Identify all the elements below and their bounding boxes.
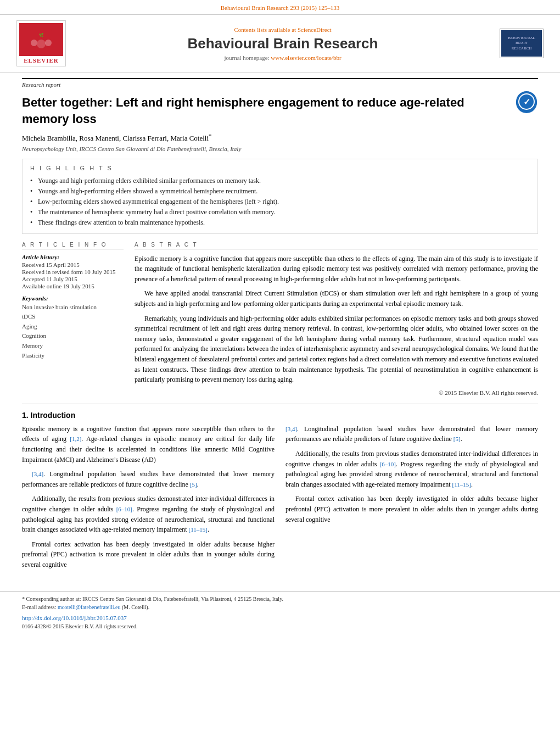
email-link[interactable]: mcotelli@fatebenefratelli.eu — [58, 604, 120, 610]
footer: * Corresponding author at: IRCCS Centro … — [0, 591, 560, 634]
highlight-item: Low-performing elders showed asymmetrica… — [30, 197, 530, 207]
keyword-3: Aging — [22, 322, 124, 332]
highlights-section: H I G H L I G H T S Youngs and high-perf… — [22, 159, 538, 234]
available-date: Available online 19 July 2015 — [22, 283, 124, 289]
svg-text:🌿: 🌿 — [39, 32, 44, 37]
keyword-1: Non invasive brain stimulation — [22, 303, 124, 313]
ref-3-4[interactable]: [3,4] — [32, 471, 43, 477]
intro-right-para-2: Additionally, the results from previous … — [285, 449, 538, 489]
doi-link[interactable]: http://dx.doi.org/10.1016/j.bbr.2015.07.… — [22, 615, 127, 621]
journal-homepage: journal homepage: www.elsevier.com/locat… — [71, 54, 494, 61]
intro-text-left: Episodic memory is a cognitive function … — [22, 424, 275, 570]
highlights-list: Youngs and high-performing elders exhibi… — [30, 176, 530, 228]
abstract-text: Episodic memory is a cognitive function … — [135, 254, 538, 385]
journal-reference-link[interactable]: Behavioural Brain Research 293 (2015) 12… — [221, 4, 340, 11]
science-direct-link-text[interactable]: ScienceDirect — [298, 26, 332, 33]
svg-point-4 — [45, 40, 52, 46]
accepted-date: Accepted 11 July 2015 — [22, 276, 124, 282]
article-title-row: Better together: Left and right hemisphe… — [22, 90, 538, 132]
article-info-abstract-columns: A R T I C L E I N F O Article history: R… — [22, 242, 538, 396]
ref-11-15-right[interactable]: [11–15] — [452, 481, 471, 488]
corresponding-author-note: * Corresponding author at: IRCCS Centro … — [22, 595, 538, 603]
introduction-columns: Episodic memory is a cognitive function … — [22, 424, 538, 574]
keyword-5: Memory — [22, 341, 124, 351]
introduction-right: [3,4]. Longitudinal population based stu… — [285, 424, 538, 574]
section-divider — [22, 404, 538, 404]
intro-right-para-3: Frontal cortex activation has been deepl… — [285, 494, 538, 525]
article-info-header: A R T I C L E I N F O — [22, 242, 124, 249]
elsevier-logo: 🌿 ELSEVIER — [16, 20, 66, 66]
science-direct-text: Contents lists available at ScienceDirec… — [71, 26, 494, 33]
article-history-label: Article history: — [22, 254, 124, 260]
highlight-item: These findings drew attention to brain m… — [30, 217, 530, 228]
email-note: E-mail address: mcotelli@fatebenefratell… — [22, 603, 538, 611]
article-info-column: A R T I C L E I N F O Article history: R… — [22, 242, 124, 396]
elsevier-text: ELSEVIER — [19, 57, 63, 64]
journal-reference-bar: Behavioural Brain Research 293 (2015) 12… — [0, 0, 560, 15]
abstract-header: A B S T R A C T — [135, 242, 538, 249]
svg-point-2 — [31, 40, 37, 46]
svg-text:✓: ✓ — [523, 97, 530, 107]
keywords-label: Keywords: — [22, 295, 124, 302]
ref-5[interactable]: [5] — [190, 481, 197, 488]
main-content: Research report Better together: Left an… — [0, 72, 560, 585]
highlight-item: Youngs and high-performing elders exhibi… — [30, 176, 530, 186]
keyword-6: Plasticity — [22, 351, 124, 361]
page: Behavioural Brain Research 293 (2015) 12… — [0, 0, 560, 742]
abstract-paragraph-3: Remarkably, young individuals and high-p… — [135, 314, 538, 385]
ref-1-2[interactable]: [1,2] — [70, 436, 81, 442]
highlight-item: The maintenance of hemispheric symmetry … — [30, 207, 530, 217]
ref-6-10-right[interactable]: [6–10] — [380, 461, 396, 467]
intro-right-para-1: [3,4]. Longitudinal population based stu… — [285, 424, 538, 444]
intro-text-right: [3,4]. Longitudinal population based stu… — [285, 424, 538, 525]
svg-point-3 — [37, 40, 46, 48]
highlight-item: Youngs and high-performing elders showed… — [30, 186, 530, 197]
introduction-left: Episodic memory is a cognitive function … — [22, 424, 275, 574]
copyright-text: © 2015 Elsevier B.V. All rights reserved… — [135, 389, 538, 396]
abstract-paragraph-2: We have applied anodal transcranial Dire… — [135, 288, 538, 309]
intro-para-3: Additionally, the results from previous … — [22, 494, 275, 534]
intro-para-1: Episodic memory is a cognitive function … — [22, 424, 275, 465]
keyword-4: Cognition — [22, 331, 124, 341]
authors: Michela Brambilla, Rosa Manenti, Clariss… — [22, 132, 538, 143]
intro-para-2: [3,4]. Longitudinal population based stu… — [22, 469, 275, 489]
ref-5-right[interactable]: [5] — [453, 436, 461, 442]
journal-title: Behavioural Brain Research — [71, 35, 494, 52]
article-title: Better together: Left and right hemisphe… — [22, 94, 511, 127]
keyword-2: tDCS — [22, 312, 124, 322]
elsevier-logo-image: 🌿 — [19, 23, 63, 56]
highlights-title: H I G H L I G H T S — [30, 165, 530, 171]
affiliation: Neuropsychology Unit, IRCCS Centro San G… — [22, 146, 538, 152]
journal-header-center: Contents lists available at ScienceDirec… — [71, 26, 494, 61]
received-date: Received 15 April 2015 — [22, 261, 124, 268]
ref-6-10[interactable]: [6–10] — [116, 506, 132, 512]
ref-3-4-right[interactable]: [3,4] — [285, 426, 297, 432]
revised-date: Received in revised form 10 July 2015 — [22, 269, 124, 275]
journal-header: 🌿 ELSEVIER Contents lists available at S… — [0, 15, 560, 72]
abstract-paragraph-1: Episodic memory is a cognitive function … — [135, 254, 538, 284]
keywords-section: Keywords: Non invasive brain stimulation… — [22, 295, 124, 361]
abstract-column: A B S T R A C T Episodic memory is a cog… — [135, 242, 538, 396]
issn-text: 0166-4328/© 2015 Elsevier B.V. All right… — [22, 622, 538, 631]
journal-homepage-link[interactable]: www.elsevier.com/locate/bbr — [271, 54, 341, 61]
crossmark-badge[interactable]: ✓ — [516, 92, 538, 114]
intro-para-4: Frontal cortex activation has been deepl… — [22, 539, 275, 570]
journal-logo-image: BEHAVIOURALBRAINRESEARCH — [500, 29, 544, 58]
ref-11-15[interactable]: [11–15] — [189, 526, 208, 533]
section-label: Research report — [22, 78, 538, 88]
introduction-title: 1. Introduction — [22, 411, 538, 420]
